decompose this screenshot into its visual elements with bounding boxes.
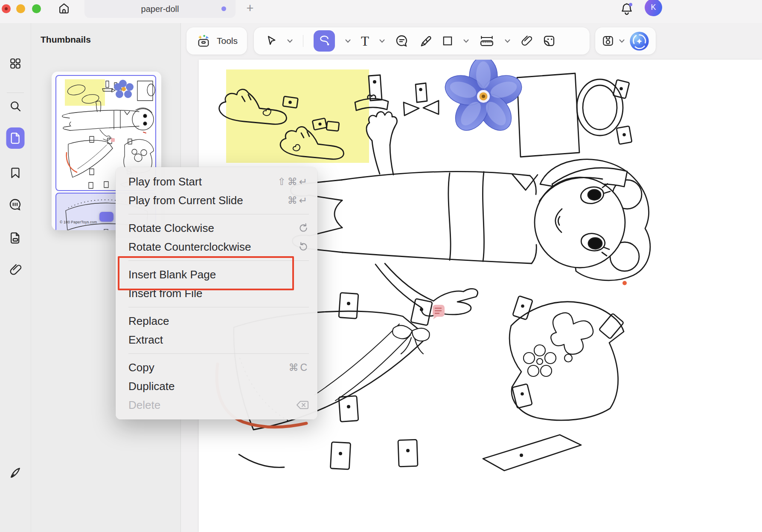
ruler-tool-chevron[interactable] [505, 39, 510, 43]
grid-icon [9, 57, 22, 70]
menu-item-label: Replace [128, 315, 169, 328]
chevron-down-icon [505, 39, 510, 43]
menu-separator [128, 353, 309, 354]
menu-item-label: Insert from File [128, 287, 202, 300]
lasso-tool-selected[interactable] [314, 30, 335, 52]
highlight-rect[interactable] [226, 69, 369, 163]
menu-item-label: Duplicate [128, 380, 175, 393]
tools-label: Tools [217, 36, 238, 46]
menu-item-label: Play from Current Slide [128, 194, 243, 207]
sidebar-item-pages-selected[interactable] [6, 127, 25, 149]
ai-swirl-icon [629, 31, 649, 51]
chat-bubble-icon [9, 198, 22, 211]
attachment-tool[interactable] [521, 35, 532, 47]
sidebar-item-search[interactable] [6, 96, 25, 116]
avatar-initial: K [651, 3, 656, 12]
text-tool-chevron[interactable] [379, 39, 385, 43]
minimize-window-button[interactable] [16, 4, 25, 13]
search-icon [9, 100, 22, 113]
sidebar-item-bookmarks[interactable] [6, 163, 25, 182]
tab-title: paper-doll [141, 4, 179, 14]
page-context-menu: Play from Start ⇧⌘↵ Play from Current Sl… [116, 167, 317, 419]
delete-key-icon [296, 400, 309, 410]
ai-assistant-button[interactable] [629, 31, 649, 51]
comment-bubble-icon [395, 34, 409, 48]
window-titlebar: paper-doll + K [0, 0, 762, 23]
chevron-down-icon [345, 39, 351, 43]
menu-item-label: Rotate Clockwise [128, 222, 214, 235]
menu-separator [128, 307, 309, 307]
avatar[interactable]: K [645, 0, 662, 16]
menu-item-delete-disabled[interactable]: Delete [116, 396, 317, 414]
shape-tool[interactable] [442, 35, 453, 46]
menu-item-copy[interactable]: Copy ⌘C [116, 358, 317, 377]
menu-item-extract[interactable]: Extract [116, 330, 317, 349]
sidebar-item-templates[interactable] [6, 228, 25, 248]
pen-icon [419, 35, 432, 47]
zoom-window-button[interactable] [32, 4, 41, 13]
comment-tool[interactable] [395, 34, 409, 48]
save-button[interactable] [602, 35, 614, 47]
shape-tool-chevron[interactable] [463, 39, 469, 43]
select-tool[interactable] [265, 35, 277, 47]
chevron-down-icon [619, 39, 625, 43]
page-template-icon [9, 231, 21, 244]
document-icon [9, 132, 21, 145]
sidebar-item-apps[interactable] [6, 54, 25, 73]
cursor-icon [265, 35, 277, 47]
menu-item-play-from-current-slide[interactable]: Play from Current Slide ⌘↵ [116, 191, 317, 210]
toolbox-icon [196, 34, 211, 48]
paperclip-icon [521, 35, 532, 47]
menu-item-label: Play from Start [128, 175, 202, 188]
rotate-counterclockwise-icon [298, 241, 309, 252]
sticker-tool[interactable] [543, 35, 556, 47]
bookmark-icon [9, 166, 21, 179]
document-tab[interactable]: paper-doll [84, 0, 236, 18]
tools-button[interactable]: Tools [186, 27, 247, 55]
sidebar-item-comments[interactable] [6, 195, 25, 214]
select-tool-chevron[interactable] [287, 39, 293, 43]
sidebar-separator [7, 93, 24, 93]
sidebar-rail [0, 23, 31, 532]
save-toolbar [595, 27, 656, 55]
paperclip-icon [9, 263, 22, 276]
ruler-icon [479, 35, 494, 47]
home-button[interactable] [56, 1, 72, 16]
chevron-down-icon [287, 39, 293, 43]
close-window-button[interactable] [2, 4, 11, 13]
page-number-badge[interactable] [99, 212, 113, 222]
lasso-icon [318, 35, 331, 47]
sidebar-item-pen-settings[interactable] [6, 463, 25, 483]
new-tab-button[interactable]: + [243, 0, 257, 16]
menu-item-insert-from-file[interactable]: Insert from File [116, 284, 317, 303]
notifications-button[interactable] [619, 1, 635, 17]
text-tool[interactable]: T [361, 35, 369, 48]
home-icon [58, 2, 70, 15]
menu-item-shortcut: ⌘C [288, 362, 309, 373]
square-icon [442, 35, 453, 46]
save-icon [602, 35, 614, 47]
bell-icon [619, 2, 634, 16]
flower-sticker[interactable] [441, 60, 525, 137]
sidebar-item-attachments[interactable] [6, 260, 25, 280]
pen-dot [622, 281, 627, 285]
toolbar-divider [303, 35, 303, 47]
menu-item-label: Rotate Counterclockwise [128, 240, 251, 254]
menu-separator [128, 214, 309, 214]
menu-item-insert-blank-page[interactable]: Insert Blank Page [116, 265, 317, 284]
pen-tool[interactable] [419, 35, 432, 47]
ruler-tool[interactable] [479, 35, 494, 47]
menu-item-rotate-clockwise[interactable]: Rotate Clockwise [116, 219, 317, 237]
sticker-icon [543, 35, 556, 47]
menu-item-replace[interactable]: Replace [116, 312, 317, 330]
comment-badge[interactable] [433, 305, 445, 319]
rotate-clockwise-icon [298, 223, 309, 234]
main-toolbar: T [254, 27, 590, 55]
save-options-chevron[interactable] [619, 39, 625, 43]
menu-item-rotate-counterclockwise[interactable]: Rotate Counterclockwise [116, 237, 317, 256]
chevron-down-icon [463, 39, 469, 43]
lasso-tool-chevron[interactable] [345, 39, 351, 43]
menu-item-play-from-start[interactable]: Play from Start ⇧⌘↵ [116, 172, 317, 191]
menu-item-duplicate[interactable]: Duplicate [116, 377, 317, 396]
menu-item-label: Insert Blank Page [128, 268, 216, 281]
